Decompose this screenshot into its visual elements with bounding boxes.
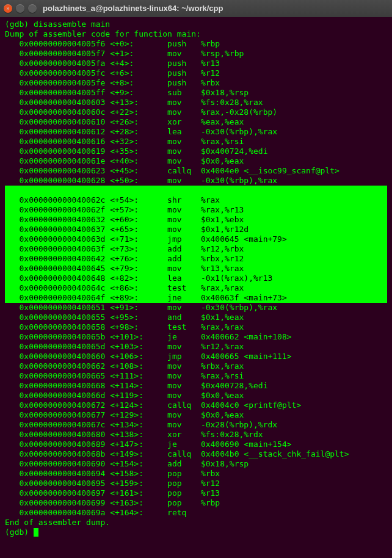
minimize-icon[interactable] — [16, 4, 24, 13]
window-buttons: × — [4, 4, 37, 13]
close-icon[interactable]: × — [4, 4, 12, 13]
terminal-viewport[interactable]: (gdb) disassemble main Dump of assembler… — [0, 17, 392, 558]
terminal-output: (gdb) disassemble main Dump of assembler… — [5, 20, 387, 537]
terminal-window: × polazhinets_a@polazhinets-linux64: ~/w… — [0, 0, 392, 558]
window-title: polazhinets_a@polazhinets-linux64: ~/wor… — [43, 4, 223, 13]
maximize-icon[interactable] — [28, 4, 37, 13]
cursor — [34, 528, 38, 537]
titlebar: × polazhinets_a@polazhinets-linux64: ~/w… — [0, 0, 392, 17]
